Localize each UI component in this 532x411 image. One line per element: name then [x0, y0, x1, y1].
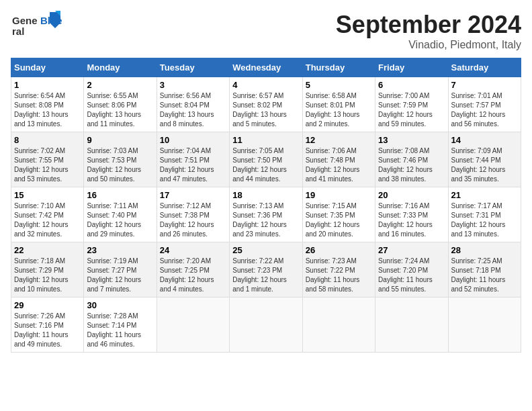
day-number: 2 — [87, 80, 153, 90]
day-info: Sunrise: 7:03 AM Sunset: 7:53 PM Dayligh… — [87, 146, 153, 184]
column-header-sunday: Sunday — [11, 58, 84, 77]
day-info: Sunrise: 7:20 AM Sunset: 7:25 PM Dayligh… — [160, 257, 226, 294]
day-info: Sunrise: 7:18 AM Sunset: 7:29 PM Dayligh… — [14, 257, 81, 294]
day-number: 21 — [451, 190, 518, 200]
calendar-table: SundayMondayTuesdayWednesdayThursdayFrid… — [11, 58, 521, 353]
calendar-day-cell: 21 Sunrise: 7:17 AM Sunset: 7:31 PM Dayl… — [448, 187, 521, 242]
day-info: Sunrise: 7:17 AM Sunset: 7:31 PM Dayligh… — [451, 201, 518, 239]
day-info: Sunrise: 7:10 AM Sunset: 7:42 PM Dayligh… — [14, 201, 81, 239]
day-number: 28 — [451, 245, 518, 255]
calendar-week-row: 29 Sunrise: 7:26 AM Sunset: 7:16 PM Dayl… — [11, 298, 521, 353]
day-info: Sunrise: 7:08 AM Sunset: 7:46 PM Dayligh… — [378, 146, 445, 184]
calendar-day-cell: 14 Sunrise: 7:09 AM Sunset: 7:44 PM Dayl… — [448, 132, 521, 187]
day-info: Sunrise: 7:15 AM Sunset: 7:35 PM Dayligh… — [306, 201, 372, 239]
header: Gene ral Blue September 2024 Vinadio, Pi… — [11, 11, 521, 51]
calendar-day-cell: 7 Sunrise: 7:01 AM Sunset: 7:57 PM Dayli… — [448, 77, 521, 132]
column-header-friday: Friday — [375, 58, 448, 77]
day-number: 26 — [306, 245, 372, 255]
calendar-day-cell — [230, 298, 302, 353]
day-info: Sunrise: 7:00 AM Sunset: 7:59 PM Dayligh… — [378, 91, 445, 129]
column-header-tuesday: Tuesday — [157, 58, 229, 77]
day-number: 7 — [451, 80, 518, 90]
day-number: 5 — [306, 80, 372, 90]
calendar-day-cell: 29 Sunrise: 7:26 AM Sunset: 7:16 PM Dayl… — [11, 298, 84, 353]
day-info: Sunrise: 7:02 AM Sunset: 7:55 PM Dayligh… — [14, 146, 81, 184]
month-title: September 2024 — [336, 11, 521, 39]
calendar-day-cell: 9 Sunrise: 7:03 AM Sunset: 7:53 PM Dayli… — [84, 132, 157, 187]
title-area: September 2024 Vinadio, Piedmont, Italy — [336, 11, 521, 51]
day-number: 16 — [87, 190, 153, 200]
calendar-week-row: 22 Sunrise: 7:18 AM Sunset: 7:29 PM Dayl… — [11, 242, 521, 298]
day-info: Sunrise: 7:06 AM Sunset: 7:48 PM Dayligh… — [306, 146, 372, 184]
day-info: Sunrise: 7:19 AM Sunset: 7:27 PM Dayligh… — [87, 257, 153, 294]
day-number: 4 — [232, 80, 299, 90]
calendar-day-cell: 30 Sunrise: 7:28 AM Sunset: 7:14 PM Dayl… — [84, 298, 157, 353]
day-number: 12 — [306, 135, 372, 145]
day-number: 30 — [87, 300, 153, 310]
location-subtitle: Vinadio, Piedmont, Italy — [336, 39, 521, 51]
column-header-wednesday: Wednesday — [230, 58, 302, 77]
calendar-day-cell — [302, 298, 375, 353]
calendar-header-row: SundayMondayTuesdayWednesdayThursdayFrid… — [11, 58, 521, 77]
calendar-day-cell: 17 Sunrise: 7:12 AM Sunset: 7:38 PM Dayl… — [157, 187, 229, 242]
calendar-day-cell: 16 Sunrise: 7:11 AM Sunset: 7:40 PM Dayl… — [84, 187, 157, 242]
calendar-day-cell: 5 Sunrise: 6:58 AM Sunset: 8:01 PM Dayli… — [302, 77, 375, 132]
day-number: 29 — [14, 300, 81, 310]
calendar-day-cell: 25 Sunrise: 7:22 AM Sunset: 7:23 PM Dayl… — [230, 242, 302, 298]
day-info: Sunrise: 7:09 AM Sunset: 7:44 PM Dayligh… — [451, 146, 518, 184]
logo-svg: Gene ral Blue — [11, 11, 64, 41]
calendar-day-cell: 22 Sunrise: 7:18 AM Sunset: 7:29 PM Dayl… — [11, 242, 84, 298]
calendar-day-cell — [157, 298, 229, 353]
day-number: 1 — [14, 80, 81, 90]
day-info: Sunrise: 6:57 AM Sunset: 8:02 PM Dayligh… — [232, 91, 299, 129]
day-number: 11 — [232, 135, 299, 145]
day-info: Sunrise: 6:55 AM Sunset: 8:06 PM Dayligh… — [87, 91, 153, 129]
svg-text:Gene: Gene — [12, 15, 38, 26]
day-number: 14 — [451, 135, 518, 145]
day-number: 15 — [14, 190, 81, 200]
day-info: Sunrise: 7:16 AM Sunset: 7:33 PM Dayligh… — [378, 201, 445, 239]
day-info: Sunrise: 7:13 AM Sunset: 7:36 PM Dayligh… — [232, 201, 299, 239]
day-info: Sunrise: 6:54 AM Sunset: 8:08 PM Dayligh… — [14, 91, 81, 129]
day-number: 13 — [378, 135, 445, 145]
day-number: 19 — [306, 190, 372, 200]
logo: Gene ral Blue — [11, 11, 64, 41]
calendar-day-cell: 28 Sunrise: 7:25 AM Sunset: 7:18 PM Dayl… — [448, 242, 521, 298]
day-number: 9 — [87, 135, 153, 145]
calendar-day-cell: 4 Sunrise: 6:57 AM Sunset: 8:02 PM Dayli… — [230, 77, 302, 132]
calendar-day-cell: 26 Sunrise: 7:23 AM Sunset: 7:22 PM Dayl… — [302, 242, 375, 298]
calendar-day-cell: 27 Sunrise: 7:24 AM Sunset: 7:20 PM Dayl… — [375, 242, 448, 298]
column-header-thursday: Thursday — [302, 58, 375, 77]
day-info: Sunrise: 7:28 AM Sunset: 7:14 PM Dayligh… — [87, 312, 153, 349]
day-info: Sunrise: 7:04 AM Sunset: 7:51 PM Dayligh… — [160, 146, 226, 184]
calendar-day-cell: 1 Sunrise: 6:54 AM Sunset: 8:08 PM Dayli… — [11, 77, 84, 132]
day-number: 6 — [378, 80, 445, 90]
calendar-day-cell: 3 Sunrise: 6:56 AM Sunset: 8:04 PM Dayli… — [157, 77, 229, 132]
day-number: 10 — [160, 135, 226, 145]
calendar-day-cell: 23 Sunrise: 7:19 AM Sunset: 7:27 PM Dayl… — [84, 242, 157, 298]
calendar-day-cell: 18 Sunrise: 7:13 AM Sunset: 7:36 PM Dayl… — [230, 187, 302, 242]
calendar-day-cell: 19 Sunrise: 7:15 AM Sunset: 7:35 PM Dayl… — [302, 187, 375, 242]
day-info: Sunrise: 6:58 AM Sunset: 8:01 PM Dayligh… — [306, 91, 372, 129]
column-header-monday: Monday — [84, 58, 157, 77]
day-info: Sunrise: 7:23 AM Sunset: 7:22 PM Dayligh… — [306, 257, 372, 294]
day-number: 18 — [232, 190, 299, 200]
calendar-day-cell: 12 Sunrise: 7:06 AM Sunset: 7:48 PM Dayl… — [302, 132, 375, 187]
day-number: 24 — [160, 245, 226, 255]
day-info: Sunrise: 7:01 AM Sunset: 7:57 PM Dayligh… — [451, 91, 518, 129]
calendar-day-cell: 6 Sunrise: 7:00 AM Sunset: 7:59 PM Dayli… — [375, 77, 448, 132]
calendar-week-row: 15 Sunrise: 7:10 AM Sunset: 7:42 PM Dayl… — [11, 187, 521, 242]
calendar-day-cell: 15 Sunrise: 7:10 AM Sunset: 7:42 PM Dayl… — [11, 187, 84, 242]
day-number: 20 — [378, 190, 445, 200]
day-number: 8 — [14, 135, 81, 145]
column-header-saturday: Saturday — [448, 58, 521, 77]
calendar-day-cell: 10 Sunrise: 7:04 AM Sunset: 7:51 PM Dayl… — [157, 132, 229, 187]
calendar-day-cell: 24 Sunrise: 7:20 AM Sunset: 7:25 PM Dayl… — [157, 242, 229, 298]
day-info: Sunrise: 7:25 AM Sunset: 7:18 PM Dayligh… — [451, 257, 518, 294]
day-info: Sunrise: 7:22 AM Sunset: 7:23 PM Dayligh… — [232, 257, 299, 294]
day-number: 25 — [232, 245, 299, 255]
day-info: Sunrise: 7:05 AM Sunset: 7:50 PM Dayligh… — [232, 146, 299, 184]
day-number: 22 — [14, 245, 81, 255]
svg-text:ral: ral — [12, 26, 24, 37]
calendar-day-cell: 8 Sunrise: 7:02 AM Sunset: 7:55 PM Dayli… — [11, 132, 84, 187]
